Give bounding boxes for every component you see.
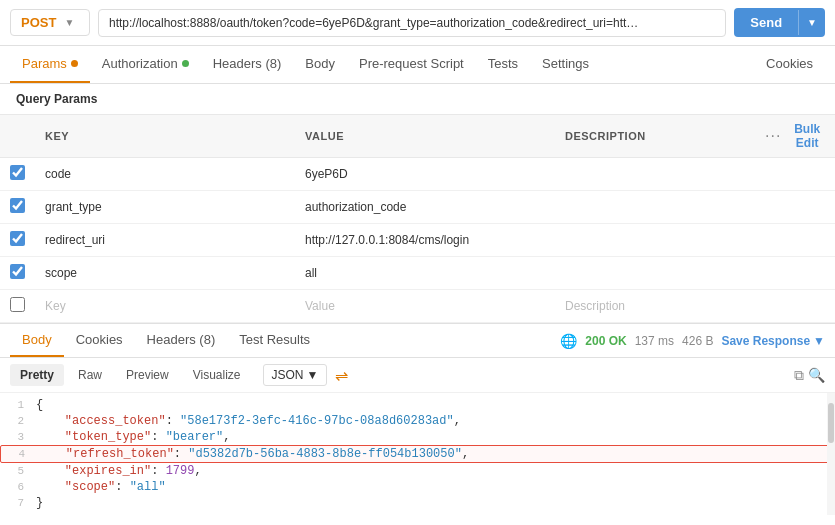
bottom-tab-headers[interactable]: Headers (8) [135,324,228,357]
tab-settings-label: Settings [542,56,589,71]
line-number: 1 [0,399,36,411]
method-select[interactable]: POST ▼ [10,9,90,36]
code-line: 6 "scope": "all" [0,479,835,495]
fmt-tab-visualize[interactable]: Visualize [183,364,251,386]
row-description: Description [555,290,755,323]
tab-tests[interactable]: Tests [476,46,530,83]
row-value: authorization_code [295,191,555,224]
filter-button[interactable]: ⇌ [335,366,348,385]
format-select[interactable]: JSON ▼ [263,364,328,386]
line-content: { [36,398,43,412]
row-key: redirect_uri [35,224,295,257]
params-table: KEY VALUE DESCRIPTION ··· Bulk Edit code… [0,114,835,323]
tab-authorization-label: Authorization [102,56,178,71]
row-checkbox[interactable] [10,165,25,180]
tab-body[interactable]: Body [293,46,347,83]
format-label: JSON [272,368,304,382]
table-row: redirect_uri http://127.0.0.1:8084/cms/l… [0,224,835,257]
col-description: DESCRIPTION [555,115,755,158]
line-content: "access_token": "58e173f2-3efc-416c-97bc… [36,414,461,428]
tab-params[interactable]: Params [10,46,90,83]
method-chevron-icon: ▼ [64,17,74,28]
bottom-tab-test-results[interactable]: Test Results [227,324,322,357]
tab-cookies-label: Cookies [766,56,813,71]
col-value: VALUE [295,115,555,158]
tab-prerequest[interactable]: Pre-request Script [347,46,476,83]
globe-icon: 🌐 [560,333,577,349]
row-checkbox[interactable] [10,264,25,279]
top-bar: POST ▼ Send ▼ [0,0,835,46]
line-number: 4 [1,448,37,460]
section-title: Query Params [0,84,835,114]
line-number: 5 [0,465,36,477]
row-value: 6yeP6D [295,158,555,191]
bottom-tab-body[interactable]: Body [10,324,64,357]
code-line: 4 "refresh_token": "d5382d7b-56ba-4883-8… [0,445,831,463]
search-button[interactable]: 🔍 [808,367,825,383]
line-number: 3 [0,431,36,443]
tab-headers[interactable]: Headers (8) [201,46,294,83]
tab-authorization[interactable]: Authorization [90,46,201,83]
method-label: POST [21,15,56,30]
row-value: Value [295,290,555,323]
row-value: all [295,257,555,290]
line-number: 2 [0,415,36,427]
line-content: "expires_in": 1799, [36,464,202,478]
row-key: grant_type [35,191,295,224]
fmt-tab-pretty[interactable]: Pretty [10,364,64,386]
code-line: 1 { [0,397,835,413]
row-description [555,224,755,257]
authorization-dot [182,60,189,67]
scrollbar-track[interactable] [827,393,835,515]
row-value: http://127.0.0.1:8084/cms/login [295,224,555,257]
tab-settings[interactable]: Settings [530,46,601,83]
tab-tests-label: Tests [488,56,518,71]
code-line: 5 "expires_in": 1799, [0,463,835,479]
line-content: "refresh_token": "d5382d7b-56ba-4883-8b8… [37,447,469,461]
more-options-button[interactable]: ··· [765,127,781,145]
send-chevron-icon[interactable]: ▼ [798,10,825,35]
row-key: Key [35,290,295,323]
tab-prerequest-label: Pre-request Script [359,56,464,71]
row-key: scope [35,257,295,290]
table-row: Key Value Description [0,290,835,323]
row-description [555,257,755,290]
row-key: code [35,158,295,191]
tab-cookies[interactable]: Cookies [754,46,825,83]
row-checkbox[interactable] [10,198,25,213]
scrollbar-thumb[interactable] [828,403,834,443]
bulk-edit-button[interactable]: Bulk Edit [789,122,825,150]
fmt-tab-raw[interactable]: Raw [68,364,112,386]
line-number: 6 [0,481,36,493]
line-number: 7 [0,497,36,509]
col-key: KEY [35,115,295,158]
table-row: scope all [0,257,835,290]
copy-button[interactable]: ⧉ [794,367,804,384]
row-checkbox[interactable] [10,231,25,246]
url-input[interactable] [98,9,726,37]
params-section: Query Params KEY VALUE DESCRIPTION ··· B… [0,84,835,323]
line-content: "token_type": "bearer", [36,430,230,444]
response-size: 426 B [682,334,713,348]
send-button[interactable]: Send ▼ [734,8,825,37]
format-row: Pretty Raw Preview Visualize JSON ▼ ⇌ ⧉ … [0,358,835,393]
code-wrapper: 1 { 2 "access_token": "58e173f2-3efc-416… [0,393,835,515]
status-ok: 200 OK [585,334,626,348]
tab-params-label: Params [22,56,67,71]
line-content: "scope": "all" [36,480,166,494]
bottom-tabs-row: Body Cookies Headers (8) Test Results 🌐 … [0,324,835,358]
code-area: 1 { 2 "access_token": "58e173f2-3efc-416… [0,393,835,515]
code-line: 7 } [0,495,835,511]
send-label: Send [734,8,798,37]
tab-body-label: Body [305,56,335,71]
row-description [555,191,755,224]
fmt-tab-preview[interactable]: Preview [116,364,179,386]
table-row: code 6yeP6D [0,158,835,191]
save-response-button[interactable]: Save Response ▼ [721,334,825,348]
code-line: 2 "access_token": "58e173f2-3efc-416c-97… [0,413,835,429]
response-time: 137 ms [635,334,674,348]
bottom-tab-cookies[interactable]: Cookies [64,324,135,357]
row-checkbox[interactable] [10,297,25,312]
row-description [555,158,755,191]
status-info: 🌐 200 OK 137 ms 426 B Save Response ▼ [560,333,825,349]
